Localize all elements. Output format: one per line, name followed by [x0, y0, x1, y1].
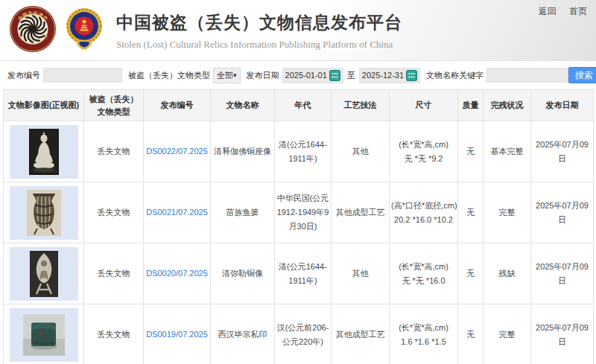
relic-number-cell: DS0022/07.2025 — [144, 121, 211, 182]
keyword-label: 文物名称关键字 — [426, 70, 484, 81]
column-header: 工艺技法 — [332, 90, 390, 121]
relic-image-cell — [4, 121, 84, 182]
relic-publish-date: 2025年07月09日 — [531, 121, 594, 182]
table-row: 丢失文物 DS0022/07.2025 清释伽佛铜座像 清(公元1644-191… — [4, 121, 594, 182]
relic-publish-date: 2025年07月09日 — [531, 182, 594, 243]
relic-condition: 基本完整 — [484, 121, 531, 182]
table-header-row: 文物影像图(正视图)被盗（丢失）文物类型发布编号文物名称年代工艺技法尺寸质量完残… — [4, 90, 594, 121]
table-row: 丢失文物 DS0021/07.2025 苗族鱼篓 中华民国(公元1912-194… — [4, 182, 594, 243]
relic-publish-date: 2025年07月09日 — [531, 243, 594, 304]
relic-condition: 残缺 — [484, 243, 531, 304]
table-row: 丢失文物 DS0020/07.2025 清弥勒铜像 清(公元1644-1911年… — [4, 243, 594, 304]
relic-size: (长*宽*高,cm) 无 *无 *9.2 — [390, 121, 458, 182]
date-to-field[interactable]: 2025-12-31 — [359, 68, 420, 83]
relic-mass: 无 — [458, 182, 484, 243]
column-header: 文物名称 — [211, 90, 275, 121]
relic-number-cell: DS0021/07.2025 — [144, 182, 211, 243]
relic-condition: 完整 — [484, 182, 531, 243]
relic-type-label: 被盗（丢失）文物类型 — [128, 70, 210, 81]
relic-name: 苗族鱼篓 — [211, 182, 275, 243]
filter-bar: 发布编号 被盗（丢失）文物类型 全部 ▾ 发布日期 2025-01-01 至 2… — [0, 61, 596, 89]
column-header: 发布编号 — [144, 90, 211, 121]
date-range-to-label: 至 — [347, 70, 355, 81]
publish-date-label: 发布日期 — [247, 70, 279, 81]
relic-size: (高*口径*底径,cm) 20.2 *16.0 *10.2 — [390, 182, 458, 243]
relic-image-cell — [4, 243, 84, 304]
column-header: 尺寸 — [390, 90, 458, 121]
relic-image-cell — [4, 182, 84, 243]
column-header: 质量 — [458, 90, 484, 121]
relic-size: (长*宽*高,cm) 1.6 *1.6 *1.5 — [390, 304, 458, 364]
relic-craft: 其他 — [332, 121, 390, 182]
relic-type: 丢失文物 — [84, 243, 144, 304]
relic-era: 清(公元1644-1911年) — [275, 243, 332, 304]
home-link[interactable]: 首页 — [569, 6, 587, 16]
relic-condition: 完整 — [484, 304, 531, 364]
site-title: 中国被盗（丢失）文物信息发布平台 — [116, 11, 402, 34]
search-button[interactable]: 搜索 — [568, 67, 596, 83]
relic-number-cell: DS0020/07.2025 — [144, 243, 211, 304]
relic-number-link[interactable]: DS0019/07.2025 — [146, 330, 208, 339]
relic-name: 西汉毕宗私印 — [211, 304, 275, 364]
publish-number-label: 发布编号 — [7, 70, 40, 81]
buddha-halo-statue-photo — [10, 247, 78, 301]
column-header: 年代 — [275, 90, 332, 121]
relics-table-wrap: 文物影像图(正视图)被盗（丢失）文物类型发布编号文物名称年代工艺技法尺寸质量完残… — [0, 89, 596, 364]
publish-number-input[interactable] — [43, 68, 122, 83]
woven-fish-basket-photo — [10, 186, 78, 240]
relic-era: 中华民国(公元1912-1949年9月30日) — [275, 182, 332, 243]
chevron-down-icon: ▾ — [233, 71, 237, 79]
relic-size: (长*宽*高,cm) 无 *无 *16.0 — [390, 243, 458, 304]
relic-type-selected-value: 全部 — [217, 70, 233, 81]
keyword-input[interactable] — [486, 68, 568, 83]
site-subtitle: Stolen (Lost) Cultural Relics Informatio… — [116, 39, 402, 51]
relic-number-link[interactable]: DS0020/07.2025 — [146, 269, 208, 278]
relic-type: 丢失文物 — [84, 121, 144, 182]
bronze-seal-photo — [10, 308, 78, 362]
police-badge-icon — [63, 5, 106, 56]
column-header: 完残状况 — [484, 90, 531, 121]
calendar-icon[interactable] — [406, 70, 417, 81]
relic-type-select[interactable]: 全部 ▾ — [213, 68, 241, 83]
date-to-value: 2025-12-31 — [362, 71, 404, 80]
relic-number-link[interactable]: DS0021/07.2025 — [146, 208, 208, 217]
relic-name: 清弥勒铜像 — [211, 243, 275, 304]
relics-table: 文物影像图(正视图)被盗（丢失）文物类型发布编号文物名称年代工艺技法尺寸质量完残… — [3, 89, 594, 364]
relic-craft: 其他 — [332, 243, 390, 304]
date-from-field[interactable]: 2025-01-01 — [282, 68, 343, 83]
relic-craft: 其他成型工艺 — [332, 304, 390, 364]
relic-mass: 无 — [458, 304, 484, 364]
relic-mass: 无 — [458, 121, 484, 182]
top-links: 返回 首页 — [528, 5, 587, 18]
relic-era: 汉(公元前206-公元220年) — [275, 304, 332, 364]
column-header: 被盗（丢失）文物类型 — [84, 90, 144, 121]
relic-name: 清释伽佛铜座像 — [211, 121, 275, 182]
relic-publish-date: 2025年07月09日 — [531, 304, 594, 364]
table-row: 丢失文物 DS0019/07.2025 西汉毕宗私印 汉(公元前206-公元22… — [4, 304, 594, 364]
calendar-icon[interactable] — [329, 70, 340, 81]
relic-era: 清(公元1644-1911年) — [275, 121, 332, 182]
back-link[interactable]: 返回 — [539, 6, 557, 16]
date-from-value: 2025-01-01 — [285, 71, 327, 80]
site-header: 返回 首页 — [0, 0, 596, 61]
relic-number-cell: DS0019/07.2025 — [144, 304, 211, 364]
relic-craft: 其他成型工艺 — [332, 182, 390, 243]
column-header: 发布日期 — [531, 90, 594, 121]
china-cultural-heritage-logo: 中国文化遗产 CHINA CULTURAL HERITAGE — [9, 5, 57, 56]
relic-type: 丢失文物 — [84, 304, 144, 364]
relic-type: 丢失文物 — [84, 182, 144, 243]
relic-number-link[interactable]: DS0022/07.2025 — [146, 147, 208, 156]
seated-buddha-photo — [10, 125, 78, 179]
relic-image-cell — [4, 304, 84, 364]
relic-mass: 无 — [458, 243, 484, 304]
column-header: 文物影像图(正视图) — [4, 90, 84, 121]
